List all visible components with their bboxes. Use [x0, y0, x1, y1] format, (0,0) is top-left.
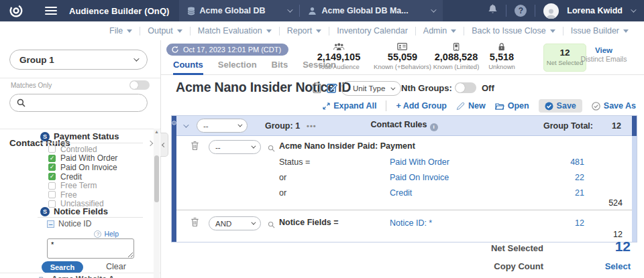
title-bar: Acme Nano Insider Notice ID - Unit Type …: [161, 78, 644, 98]
checkbox[interactable]: ✓: [48, 191, 56, 198]
condition-count-link[interactable]: 12: [539, 218, 584, 228]
checkbox-option-free-term[interactable]: ✓Free Term: [48, 181, 117, 190]
help-link[interactable]: ? Help: [94, 230, 119, 238]
group-panel-scroll-track[interactable]: [632, 136, 637, 242]
rule-operator-select[interactable]: --: [209, 140, 261, 154]
menu-admin[interactable]: Admin: [416, 26, 464, 36]
group-operator-select[interactable]: --: [197, 119, 248, 133]
scroll-up-arrow[interactable]: ▲: [154, 129, 160, 135]
copy-clipboard-icon[interactable]: [313, 82, 321, 96]
condition-value-link[interactable]: Paid On Invoice: [390, 173, 449, 182]
group-selector[interactable]: Group 1: [9, 50, 148, 70]
metric-known-limited: 2,088,528 Known (Limited): [433, 43, 480, 70]
rule-payment: -- Acme Nano Insider Paid: Payment Statu…: [176, 136, 632, 210]
checkbox-option-credit[interactable]: ✓Credit: [48, 172, 117, 182]
menu-output[interactable]: Output: [140, 26, 190, 36]
matches-only-toggle[interactable]: [129, 80, 150, 90]
collapse-group-chevron-icon[interactable]: [183, 122, 189, 127]
divider: [38, 217, 143, 218]
help-icon[interactable]: ?: [515, 5, 527, 17]
section-payment-status[interactable]: S Payment Status: [40, 131, 119, 141]
user-menu[interactable]: Lorena Kwidd: [567, 6, 623, 15]
sidebar-item-acme-website[interactable]: Acme Website A: [39, 275, 114, 278]
checkbox-option-free[interactable]: ✓Free: [48, 190, 117, 200]
edit-icon[interactable]: [327, 82, 338, 96]
sidebar-search[interactable]: [9, 94, 148, 112]
rule-operator-select[interactable]: AND: [209, 216, 261, 230]
search-button[interactable]: Search: [42, 261, 83, 273]
tab-bits[interactable]: Bits: [272, 60, 288, 75]
search-input[interactable]: [30, 98, 140, 108]
menu-report[interactable]: Report: [280, 26, 329, 36]
add-group-button[interactable]: + Add Group: [396, 101, 447, 111]
tab-selection[interactable]: Selection: [218, 60, 257, 75]
condition-count-link[interactable]: 481: [539, 157, 584, 167]
menu-inventory-calendar[interactable]: Inventory Calendar: [329, 26, 415, 36]
checkbox[interactable]: ✓: [48, 155, 56, 162]
rule-search-icon[interactable]: [268, 219, 275, 231]
app-logo-icon[interactable]: [9, 3, 23, 18]
database-selector[interactable]: Acme Global DB: [179, 0, 300, 21]
info-icon[interactable]: i: [430, 123, 438, 131]
expand-icon: [323, 102, 330, 110]
scrollbar-thumb[interactable]: [154, 155, 159, 202]
checkbox[interactable]: ✓: [48, 173, 56, 180]
rule-search-icon[interactable]: [268, 143, 275, 155]
account-selector[interactable]: Acme Global DB Ma...: [300, 0, 442, 21]
checkbox-option-paid-on-invoice[interactable]: ✓Paid On Invoice: [48, 163, 117, 172]
caret-down-icon: [623, 29, 629, 33]
condition-value-link[interactable]: Notice ID: *: [390, 218, 432, 228]
rule-subtotal: 12: [613, 230, 623, 239]
group-more-menu[interactable]: •••: [307, 122, 317, 130]
menu-issue-builder[interactable]: Issue Builder: [564, 26, 636, 36]
save-as-button[interactable]: Save As: [592, 101, 636, 111]
delete-rule-icon[interactable]: [191, 217, 199, 230]
collapse-minus-icon[interactable]: –: [47, 220, 54, 228]
nth-groups-toggle[interactable]: [455, 82, 476, 93]
user-icon: [308, 7, 317, 15]
rule-subtotal: 524: [608, 198, 623, 208]
chevron-down-icon: [251, 220, 256, 225]
notifications-bell-icon[interactable]: [488, 4, 498, 17]
notice-id-input[interactable]: *: [47, 238, 134, 259]
net-selected-summary: Net Selected 12: [362, 238, 631, 255]
expand-all-button[interactable]: Expand All: [323, 101, 376, 111]
delete-rule-icon[interactable]: [191, 141, 199, 153]
sidebar-scrollbar[interactable]: ▲: [154, 129, 160, 278]
menu-file[interactable]: File: [102, 26, 140, 36]
checkbox-option-paid-with-order[interactable]: ✓Paid With Order: [48, 154, 117, 163]
group-panel-right-strip: [632, 116, 637, 136]
notice-id-field-toggle[interactable]: – Notice ID: [47, 219, 91, 228]
clear-button[interactable]: Clear: [106, 262, 126, 271]
menu-bar: File Output Match Evaluation Report Inve…: [0, 21, 644, 40]
tab-counts[interactable]: Counts: [173, 60, 203, 75]
condition-count-link[interactable]: 22: [539, 173, 584, 182]
hamburger-menu-icon[interactable]: [45, 7, 57, 15]
group-total: Group Total: 12: [543, 121, 632, 131]
unit-type-selector[interactable]: - Unit Type: [341, 81, 401, 96]
checkbox[interactable]: ✓: [48, 163, 56, 171]
condition-value-link[interactable]: Paid With Order: [390, 157, 449, 167]
user-avatar[interactable]: [543, 3, 559, 19]
copy-count-select-link[interactable]: Select: [566, 261, 631, 271]
refresh-timestamp-pill[interactable]: Oct 17, 2023 12:01 PM (CDT): [166, 44, 288, 56]
save-button[interactable]: Save: [539, 99, 582, 113]
menu-back-to-issue-close[interactable]: Back to Issue Close: [464, 26, 562, 36]
condition-count-link[interactable]: 21: [539, 188, 584, 198]
new-button[interactable]: New: [456, 101, 486, 111]
checkbox[interactable]: ✓: [48, 182, 56, 190]
divider: [0, 273, 160, 273]
sidebar-collapse-handle[interactable]: [160, 133, 168, 157]
metric-unknown: 5,518 Unknown: [488, 43, 515, 70]
section-notice-fields[interactable]: S Notice Fields: [40, 206, 108, 216]
checkbox-option-controlled[interactable]: ✓Controlled: [48, 145, 117, 154]
view-distinct-emails-link[interactable]: View Distinct Emails: [574, 46, 634, 63]
checkbox[interactable]: ✓: [48, 145, 56, 153]
question-icon: ?: [94, 230, 101, 238]
open-folder-icon: [495, 102, 504, 110]
open-button[interactable]: Open: [495, 101, 529, 111]
menu-match-evaluation[interactable]: Match Evaluation: [191, 26, 279, 36]
builder-toolbar: Expand All + Add Group New Open Save: [323, 99, 636, 113]
condition-value-link[interactable]: Credit: [390, 188, 412, 198]
chevron-down-icon[interactable]: [631, 7, 636, 12]
